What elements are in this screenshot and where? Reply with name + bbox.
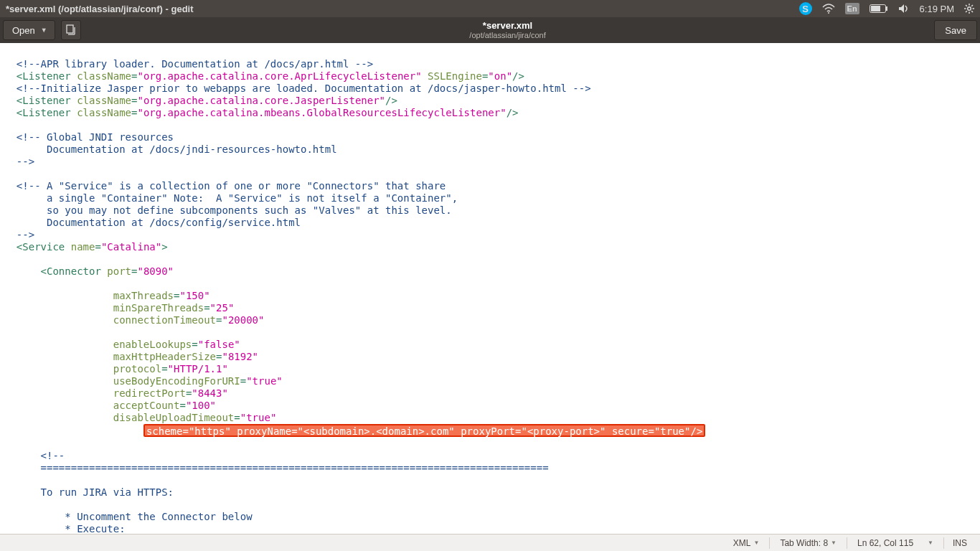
chevron-down-icon: ▼ (831, 540, 837, 546)
insert-mode-indicator[interactable]: INS (947, 538, 973, 548)
wifi-icon[interactable] (822, 4, 835, 14)
open-button-label: Open (12, 25, 35, 36)
svg-line-12 (966, 11, 967, 12)
gedit-toolbar: Open ▼ *server.xml /opt/atlassian/jira/c… (0, 17, 980, 43)
svg-rect-3 (871, 6, 880, 11)
chevron-down-icon: ▼ (928, 540, 933, 546)
cursor-position: Ln 62, Col 115 (850, 538, 920, 548)
code-comment: <!--Initialize Jasper prior to webapps a… (17, 83, 591, 94)
skype-icon[interactable]: S (799, 2, 812, 15)
svg-rect-13 (67, 25, 73, 33)
svg-line-11 (971, 5, 973, 6)
svg-line-10 (971, 11, 973, 12)
svg-point-0 (828, 12, 829, 14)
syntax-mode-dropdown[interactable]: XML▼ (726, 538, 767, 548)
status-bar: XML▼ Tab Width: 8▼ Ln 62, Col 115 ▼ INS (0, 534, 980, 551)
cursor-position-dropdown[interactable]: ▼ (920, 540, 941, 546)
svg-line-9 (966, 5, 967, 6)
document-filename: *server.xml (81, 20, 935, 32)
chevron-down-icon: ▼ (41, 27, 47, 34)
separator (943, 537, 944, 549)
save-button[interactable]: Save (934, 20, 977, 40)
chevron-down-icon: ▼ (753, 540, 759, 546)
window-title: *server.xml (/opt/atlassian/jira/conf) -… (6, 4, 194, 14)
separator (769, 537, 770, 549)
text-editor[interactable]: <!--APR library loader. Documentation at… (0, 43, 980, 534)
battery-icon[interactable] (870, 4, 888, 13)
open-button[interactable]: Open ▼ (3, 20, 55, 40)
svg-point-4 (968, 7, 971, 11)
new-tab-button[interactable] (61, 20, 81, 40)
save-button-label: Save (945, 25, 966, 36)
document-title-area: *server.xml /opt/atlassian/jira/conf (81, 20, 935, 41)
highlighted-selection: scheme="https" proxyName="<subdomain>.<d… (143, 424, 705, 437)
document-filepath: /opt/atlassian/jira/conf (81, 31, 935, 40)
clock[interactable]: 6:19 PM (920, 4, 954, 14)
code-comment: <!--APR library loader. Documentation at… (17, 58, 373, 70)
gear-icon[interactable] (964, 4, 974, 14)
volume-icon[interactable] (898, 4, 910, 14)
language-indicator[interactable]: En (845, 3, 859, 14)
separator (847, 537, 847, 549)
svg-rect-2 (886, 6, 887, 11)
tab-width-dropdown[interactable]: Tab Width: 8▼ (773, 538, 844, 548)
system-indicators: S En 6:19 PM (799, 2, 974, 15)
system-menubar: *server.xml (/opt/atlassian/jira/conf) -… (0, 0, 980, 17)
